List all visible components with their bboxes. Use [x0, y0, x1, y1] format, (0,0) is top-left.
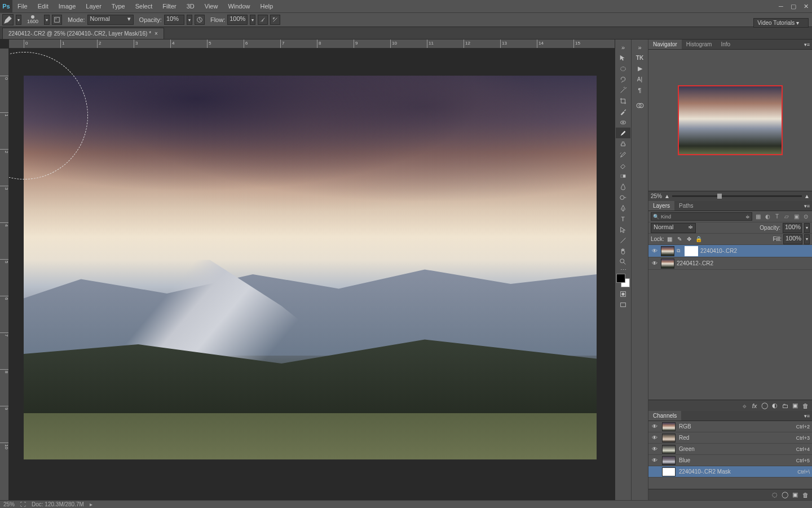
menu-select[interactable]: Select	[130, 1, 158, 12]
layer-blend-mode[interactable]: Normal ≑	[651, 223, 696, 233]
pressure-opacity-toggle[interactable]	[195, 15, 205, 25]
lock-pixels-icon[interactable]: ✎	[676, 235, 683, 243]
filter-shape-icon[interactable]: ▱	[783, 213, 791, 221]
navigator-thumbnail[interactable]	[678, 85, 783, 155]
menu-layer[interactable]: Layer	[81, 1, 107, 12]
channel-row-blue[interactable]: 👁 Blue Ctrl+5	[648, 455, 812, 466]
lock-all-icon[interactable]: 🔒	[695, 235, 703, 243]
airbrush-toggle[interactable]	[258, 15, 268, 25]
layer-row[interactable]: 👁 2240412-.CR2	[648, 257, 812, 270]
gradient-tool[interactable]	[616, 170, 630, 181]
type-tool[interactable]: T	[616, 213, 630, 224]
document-canvas[interactable]	[24, 76, 597, 459]
layer-thumbnail[interactable]	[661, 259, 674, 269]
channel-visibility-icon[interactable]: 👁	[651, 457, 659, 465]
layer-visibility-icon[interactable]: 👁	[651, 247, 659, 255]
collapse-dock-icon[interactable]: »	[616, 42, 630, 52]
character-panel-icon[interactable]: A|	[633, 74, 647, 85]
hand-tool[interactable]	[616, 246, 630, 256]
menu-window[interactable]: Window	[223, 1, 255, 12]
brush-panel-toggle[interactable]	[52, 15, 62, 25]
vertical-ruler[interactable]: 0 1 2 3 4 5 6 7 8 9 10	[0, 49, 9, 500]
navigator-body[interactable]	[648, 50, 812, 191]
zoom-tool[interactable]	[616, 256, 630, 267]
tab-histogram[interactable]: Histogram	[682, 40, 717, 49]
opacity-input[interactable]: 10%	[164, 15, 184, 25]
document-tab-close[interactable]: ×	[155, 30, 158, 37]
flow-input[interactable]: 100%	[227, 15, 248, 25]
filter-pixel-icon[interactable]: ▦	[754, 213, 762, 221]
add-mask-icon[interactable]: ◯	[760, 401, 769, 410]
load-selection-icon[interactable]: ◌	[770, 491, 779, 500]
canvas-viewport[interactable]	[9, 49, 615, 500]
menu-image[interactable]: Image	[54, 1, 81, 12]
tab-layers[interactable]: Layers	[648, 201, 674, 211]
channel-visibility-icon[interactable]: 👁	[651, 434, 659, 442]
tab-paths[interactable]: Paths	[674, 201, 698, 211]
maximize-button[interactable]: ▢	[787, 1, 800, 11]
menu-3d[interactable]: 3D	[182, 1, 200, 12]
status-zoom[interactable]: 25%	[3, 501, 15, 507]
zoom-out-icon[interactable]: ▲	[664, 193, 670, 199]
tab-channels[interactable]: Channels	[648, 411, 681, 421]
channel-row-green[interactable]: 👁 Green Ctrl+4	[648, 444, 812, 455]
layer-opacity-dropdown[interactable]: ▾	[804, 223, 810, 233]
layer-name[interactable]: 2240410-.CR2	[700, 248, 810, 254]
tab-info[interactable]: Info	[716, 40, 735, 49]
close-button[interactable]: ✕	[800, 1, 812, 11]
menu-view[interactable]: View	[200, 1, 223, 12]
healing-brush-tool[interactable]	[616, 117, 630, 128]
blend-mode-select[interactable]: Normal ▾	[87, 15, 134, 25]
video-tutorials-dropdown[interactable]: Video Tutorials ▾	[753, 18, 809, 28]
status-doc-info[interactable]: Doc: 120.3M/280.7M	[32, 501, 84, 507]
path-selection-tool[interactable]	[616, 224, 630, 235]
brush-dropdown[interactable]: ▾	[44, 15, 50, 25]
dodge-tool[interactable]	[616, 192, 630, 203]
channel-visibility-icon[interactable]: 👁	[651, 423, 659, 431]
eyedropper-tool[interactable]	[616, 106, 630, 117]
foreground-color-swatch[interactable]	[616, 274, 625, 283]
lasso-tool[interactable]	[616, 74, 630, 85]
layer-filter-kind[interactable]: 🔍 Kind ≑	[651, 212, 752, 221]
new-adjustment-icon[interactable]: ◐	[770, 401, 779, 410]
eraser-tool[interactable]	[616, 160, 630, 170]
active-tool-icon[interactable]	[2, 14, 14, 25]
layer-row[interactable]: 👁 ⧉ 2240410-.CR2	[648, 245, 812, 257]
menu-type[interactable]: Type	[107, 1, 130, 12]
status-expand-icon[interactable]: ⛶	[20, 501, 26, 507]
status-info-dropdown[interactable]: ▸	[90, 501, 92, 507]
quick-mask-toggle[interactable]	[616, 288, 630, 299]
blur-tool[interactable]	[616, 181, 630, 192]
menu-filter[interactable]: Filter	[157, 1, 181, 12]
magic-wand-tool[interactable]	[616, 85, 630, 95]
document-tab[interactable]: 2240412-.CR2 @ 25% (2240410-.CR2, Layer …	[2, 28, 164, 39]
filter-adjust-icon[interactable]: ◐	[764, 213, 771, 221]
channel-visibility-icon[interactable]: 👁	[651, 445, 659, 453]
crop-tool[interactable]	[616, 95, 630, 106]
new-group-icon[interactable]: 🗀	[780, 401, 789, 410]
layer-thumbnail[interactable]	[661, 246, 674, 256]
adjustments-panel-icon[interactable]	[633, 100, 647, 111]
layer-fill-input[interactable]: 100%	[783, 234, 802, 244]
layer-fx-icon[interactable]: fx	[750, 401, 759, 410]
menu-help[interactable]: Help	[255, 1, 279, 12]
channels-panel-menu[interactable]: ▾≡	[802, 413, 812, 419]
pen-tool[interactable]	[616, 203, 630, 213]
menu-edit[interactable]: Edit	[33, 1, 54, 12]
channel-row-mask[interactable]: 2240410-.CR2 Mask Ctrl+\	[648, 466, 812, 478]
zoom-in-icon[interactable]: ▲	[804, 193, 810, 199]
layer-mask-link-icon[interactable]: ⧉	[677, 248, 682, 254]
layers-panel-menu[interactable]: ▾≡	[802, 203, 812, 209]
layer-opacity-input[interactable]: 100%	[783, 223, 802, 233]
color-swatches[interactable]	[616, 274, 630, 287]
link-layers-icon[interactable]: ⟐	[740, 401, 749, 410]
layer-name[interactable]: 2240412-.CR2	[677, 260, 810, 266]
channel-row-red[interactable]: 👁 Red Ctrl+3	[648, 432, 812, 444]
navigator-panel-menu[interactable]: ▾≡	[802, 42, 812, 47]
tool-preset-dropdown[interactable]: ▾	[16, 15, 21, 25]
layer-fill-dropdown[interactable]: ▾	[804, 234, 810, 244]
filter-type-icon[interactable]: T	[773, 213, 781, 221]
pressure-size-toggle[interactable]	[270, 15, 280, 25]
layer-mask-thumbnail[interactable]	[685, 246, 698, 256]
filter-toggle[interactable]: ⊙	[802, 213, 810, 221]
